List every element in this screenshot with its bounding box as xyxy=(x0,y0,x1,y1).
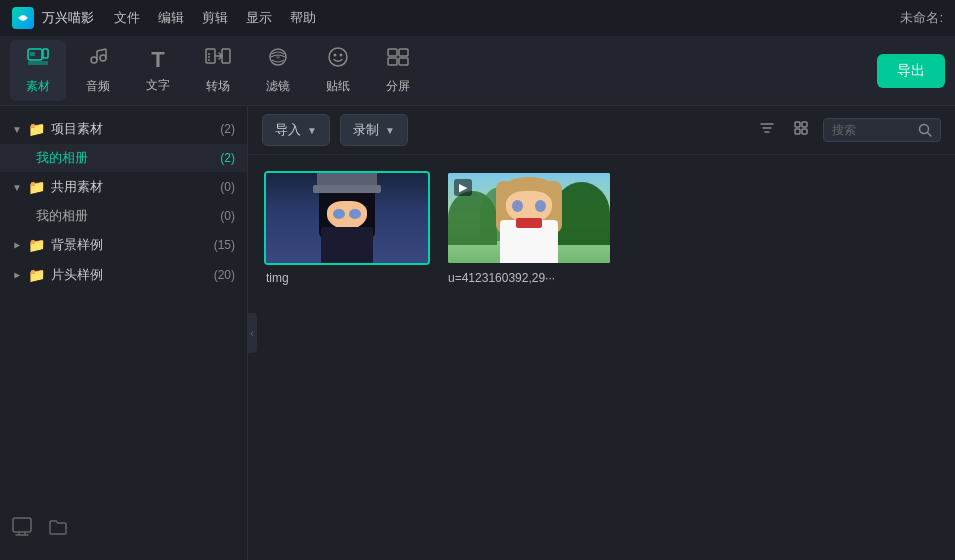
chevron-right-icon-intro: ▼ xyxy=(11,270,22,280)
toolbar-item-split[interactable]: 分屏 xyxy=(370,40,426,101)
toolbar-item-label-transition: 转场 xyxy=(206,78,230,95)
item-name-my-album-shared: 我的相册 xyxy=(36,207,214,225)
folder-icon-shared: 📁 xyxy=(28,179,45,195)
record-label: 录制 xyxy=(353,121,379,139)
sidebar-section-shared[interactable]: ▼ 📁 共用素材 (0) xyxy=(0,172,247,202)
svg-line-33 xyxy=(928,133,932,137)
svg-rect-28 xyxy=(795,122,800,127)
sidebar-item-my-album-shared[interactable]: 我的相册 (0) xyxy=(0,202,247,230)
add-folder-icon[interactable] xyxy=(48,517,68,542)
media-label-timg: timg xyxy=(264,271,430,285)
filter-icon xyxy=(266,46,290,74)
record-button[interactable]: 录制 ▼ xyxy=(340,114,408,146)
toolbar-item-label-text: 文字 xyxy=(146,77,170,94)
chevron-down-icon-shared: ▼ xyxy=(12,182,22,193)
chevron-down-icon: ▼ xyxy=(12,124,22,135)
menu-file[interactable]: 文件 xyxy=(114,9,140,27)
svg-rect-21 xyxy=(13,518,31,532)
svg-point-13 xyxy=(276,55,280,59)
import-label: 导入 xyxy=(275,121,301,139)
add-media-icon[interactable] xyxy=(12,517,32,542)
item-name-my-album-project: 我的相册 xyxy=(36,149,214,167)
svg-rect-4 xyxy=(43,49,48,58)
toolbar-item-text[interactable]: T 文字 xyxy=(130,41,186,100)
toolbar-item-label-audio: 音频 xyxy=(86,78,110,95)
sidebar-footer xyxy=(0,507,247,552)
media-label-u4123: u=4123160392,29··· xyxy=(446,271,612,285)
sticker-icon xyxy=(326,46,350,74)
item-count-my-album-shared: (0) xyxy=(220,209,235,223)
sidebar-item-my-album-project[interactable]: 我的相册 (2) xyxy=(0,144,247,172)
svg-point-6 xyxy=(100,55,106,61)
content-toolbar: 导入 ▼ 录制 ▼ xyxy=(248,106,955,155)
split-icon xyxy=(386,46,410,74)
svg-point-14 xyxy=(329,48,347,66)
section-name-intro: 片头样例 xyxy=(51,266,208,284)
toolbar-item-sticker[interactable]: 贴纸 xyxy=(310,40,366,101)
svg-line-9 xyxy=(97,49,106,51)
filter-button[interactable] xyxy=(755,116,779,144)
titlebar: 万兴喵影 文件 编辑 剪辑 显示 帮助 未命名: xyxy=(0,0,955,36)
svg-point-0 xyxy=(21,16,26,21)
media-icon xyxy=(26,46,50,74)
svg-point-5 xyxy=(91,57,97,63)
toolbar-item-label-split: 分屏 xyxy=(386,78,410,95)
svg-rect-31 xyxy=(802,129,807,134)
section-name-project: 项目素材 xyxy=(51,120,214,138)
media-thumb-timg xyxy=(264,171,430,265)
app-logo xyxy=(12,7,34,29)
title-menus: 文件 编辑 剪辑 显示 帮助 xyxy=(114,9,316,27)
section-count-project: (2) xyxy=(220,122,235,136)
sidebar-section-intro[interactable]: ▼ 📁 片头样例 (20) xyxy=(0,260,247,290)
svg-rect-29 xyxy=(802,122,807,127)
svg-rect-20 xyxy=(399,58,408,65)
search-box xyxy=(823,118,941,142)
media-thumb-inner-u4123: ▶ xyxy=(448,173,610,263)
search-input[interactable] xyxy=(832,123,912,137)
toolbar-item-filter[interactable]: 滤镜 xyxy=(250,40,306,101)
sidebar-section-bg[interactable]: ▼ 📁 背景样例 (15) xyxy=(0,230,247,260)
media-grid: timg xyxy=(248,155,955,560)
import-dropdown-icon: ▼ xyxy=(307,125,317,136)
menu-clip[interactable]: 剪辑 xyxy=(202,9,228,27)
menu-edit[interactable]: 编辑 xyxy=(158,9,184,27)
audio-icon xyxy=(86,46,110,74)
transition-icon xyxy=(205,46,231,74)
media-item-timg[interactable]: timg xyxy=(264,171,430,285)
svg-rect-18 xyxy=(399,49,408,56)
import-button[interactable]: 导入 ▼ xyxy=(262,114,330,146)
sidebar: ▼ 📁 项目素材 (2) 我的相册 (2) ▼ 📁 共用素材 (0) 我的相册 … xyxy=(0,106,248,560)
toolbar-item-transition[interactable]: 转场 xyxy=(190,40,246,101)
section-name-shared: 共用素材 xyxy=(51,178,214,196)
toolbar-item-label-media: 素材 xyxy=(26,78,50,95)
svg-rect-3 xyxy=(28,61,48,65)
media-thumb-u4123: ▶ xyxy=(446,171,612,265)
sidebar-collapse-handle[interactable]: ‹ xyxy=(247,313,257,353)
export-button[interactable]: 导出 xyxy=(877,54,945,88)
toolbar-item-media[interactable]: 素材 xyxy=(10,40,66,101)
toolbar: 素材 音频 T 文字 xyxy=(0,36,955,106)
toolbar-items: 素材 音频 T 文字 xyxy=(10,40,426,101)
toolbar-item-label-sticker: 贴纸 xyxy=(326,78,350,95)
svg-point-15 xyxy=(334,54,337,57)
toolbar-item-audio[interactable]: 音频 xyxy=(70,40,126,101)
folder-icon-bg: 📁 xyxy=(28,237,45,253)
toolbar-item-label-filter: 滤镜 xyxy=(266,78,290,95)
app-title: 万兴喵影 xyxy=(42,9,94,27)
menu-display[interactable]: 显示 xyxy=(246,9,272,27)
section-count-shared: (0) xyxy=(220,180,235,194)
media-item-u4123[interactable]: ▶ u=4123160392,29··· xyxy=(446,171,612,285)
record-dropdown-icon: ▼ xyxy=(385,125,395,136)
search-icon xyxy=(918,123,932,137)
section-count-bg: (15) xyxy=(214,238,235,252)
svg-rect-17 xyxy=(388,49,397,56)
svg-rect-10 xyxy=(206,49,215,63)
svg-rect-2 xyxy=(30,52,35,56)
sidebar-section-project[interactable]: ▼ 📁 项目素材 (2) xyxy=(0,114,247,144)
media-thumb-inner-timg xyxy=(266,173,428,263)
menu-help[interactable]: 帮助 xyxy=(290,9,316,27)
section-name-bg: 背景样例 xyxy=(51,236,208,254)
grid-view-button[interactable] xyxy=(789,116,813,144)
project-name: 未命名: xyxy=(900,9,943,27)
main-area: ▼ 📁 项目素材 (2) 我的相册 (2) ▼ 📁 共用素材 (0) 我的相册 … xyxy=(0,106,955,560)
